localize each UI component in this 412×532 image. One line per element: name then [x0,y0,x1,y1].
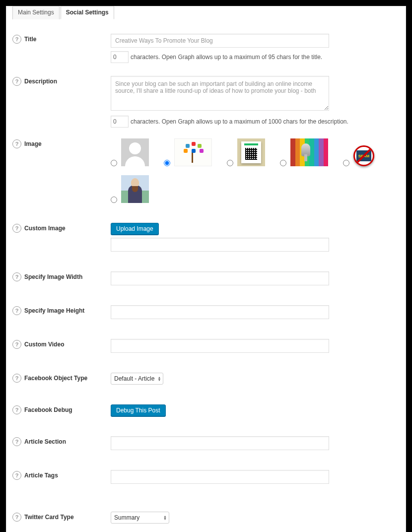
title-counter: characters. Open Graph allows up to a ma… [111,51,400,63]
image-height-input[interactable] [111,305,329,319]
label-custom-video: Custom Video [24,341,64,348]
image-options: SPAM [111,138,400,203]
spam-label: SPAM [356,150,371,161]
image-width-input[interactable] [111,271,329,285]
image-option-6 [111,175,400,203]
tab-social-settings[interactable]: Social Settings [61,6,114,19]
help-icon[interactable]: ? [12,224,21,233]
label-twitter-card: Twitter Card Type [24,514,74,521]
image-thumb-person[interactable] [121,175,149,203]
row-twitter-card: ? Twitter Card Type Summary ▲▼ [12,512,400,524]
image-thumb-avatar[interactable] [121,138,149,166]
help-icon[interactable]: ? [12,513,21,522]
row-description: ? Description characters. Open Graph all… [12,76,400,128]
fb-object-type-value: Default - Article [114,375,154,382]
settings-panel: Main Settings Social Settings ? Title ch… [6,6,406,532]
row-article-section: ? Article Section [12,436,400,450]
help-icon[interactable]: ? [12,437,21,446]
row-fb-object-type: ? Facebook Object Type Default - Article… [12,373,400,385]
row-image-width: ? Specify Image Width [12,271,400,285]
article-tags-input[interactable] [111,470,329,484]
image-option-2 [164,138,212,166]
twitter-card-select[interactable]: Summary ▲▼ [111,512,169,524]
row-image-height: ? Specify Image Height [12,305,400,319]
help-icon[interactable]: ? [12,77,21,86]
select-caret-icon: ▲▼ [157,376,161,381]
image-option-3 [227,138,265,166]
row-custom-image: ? Custom Image Upload Image [12,223,400,252]
help-icon[interactable]: ? [12,306,21,315]
title-input[interactable] [111,34,329,48]
help-icon[interactable]: ? [12,340,21,349]
description-count-input[interactable] [111,116,129,128]
label-fb-object-type: Facebook Object Type [24,375,87,382]
help-icon[interactable]: ? [12,374,21,383]
row-image: ? Image [12,138,400,203]
row-article-tags: ? Article Tags [12,470,400,484]
fb-object-type-select[interactable]: Default - Article ▲▼ [111,373,163,385]
image-thumb-qr[interactable] [237,138,265,166]
row-fb-debug: ? Facebook Debug Debug This Post [12,404,400,416]
image-thumb-mic[interactable] [290,138,328,166]
image-option-4 [280,138,328,166]
help-icon[interactable]: ? [12,35,21,44]
label-image: Image [24,140,42,147]
image-radio-4[interactable] [280,160,286,166]
image-option-5: SPAM [343,138,374,166]
select-caret-icon: ▲▼ [163,515,167,520]
tabs: Main Settings Social Settings [12,6,400,19]
image-radio-2[interactable] [164,160,170,166]
twitter-card-value: Summary [114,514,139,521]
label-image-height: Specify Image Height [24,307,84,314]
image-radio-6[interactable] [111,197,117,203]
label-fb-debug: Facebook Debug [24,406,72,413]
upload-image-button[interactable]: Upload Image [111,223,159,235]
help-icon[interactable]: ? [12,405,21,414]
label-article-section: Article Section [24,438,66,445]
article-section-input[interactable] [111,436,329,450]
debug-post-button[interactable]: Debug This Post [111,404,166,416]
image-radio-1[interactable] [111,160,117,166]
image-thumb-tree[interactable] [174,138,212,166]
image-radio-3[interactable] [227,160,233,166]
label-title: Title [24,36,36,43]
image-radio-5[interactable] [343,160,349,166]
label-article-tags: Article Tags [24,472,58,479]
tab-main-settings[interactable]: Main Settings [12,6,60,19]
title-hint: characters. Open Graph allows up to a ma… [131,54,322,61]
help-icon[interactable]: ? [12,272,21,281]
custom-video-input[interactable] [111,339,329,353]
label-image-width: Specify Image Width [24,273,82,280]
row-custom-video: ? Custom Video [12,339,400,353]
label-description: Description [24,78,57,85]
image-option-1 [111,138,149,166]
description-input[interactable] [111,76,329,111]
description-hint: characters. Open Graph allows up to a ma… [131,118,348,125]
help-icon[interactable]: ? [12,471,21,480]
row-title: ? Title characters. Open Graph allows up… [12,34,400,63]
label-custom-image: Custom Image [24,225,66,232]
help-icon[interactable]: ? [12,139,21,148]
title-count-input[interactable] [111,51,129,63]
custom-image-input[interactable] [111,238,329,252]
image-thumb-spam[interactable]: SPAM [353,145,374,166]
description-counter: characters. Open Graph allows up to a ma… [111,116,400,128]
